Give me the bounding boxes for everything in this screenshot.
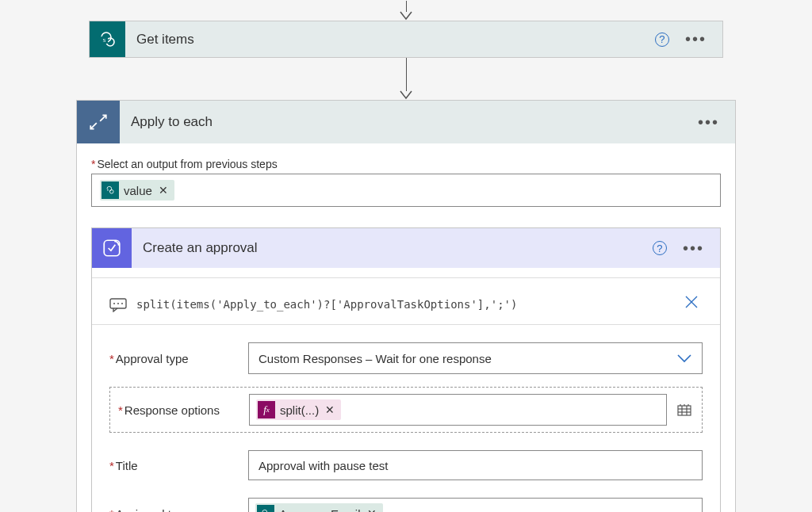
row-response-options: *Response options fx split(...) ✕ bbox=[109, 387, 703, 433]
fx-icon: fx bbox=[258, 401, 275, 418]
token-label: Approver Email bbox=[279, 507, 361, 513]
token-label: value bbox=[124, 184, 152, 197]
token-fx[interactable]: fx split(...) ✕ bbox=[256, 399, 341, 420]
divider bbox=[92, 324, 720, 325]
token-label: split(...) bbox=[280, 403, 319, 417]
svg-point-11 bbox=[117, 303, 119, 304]
response-options-input[interactable]: fx split(...) ✕ bbox=[249, 394, 667, 426]
expression-text: split(items('Apply_to_each')?['ApprovalT… bbox=[136, 298, 671, 311]
assigned-to-label: *Assigned to bbox=[109, 507, 248, 513]
svg-point-12 bbox=[121, 303, 123, 304]
close-icon[interactable] bbox=[680, 294, 703, 315]
sharepoint-icon: S bbox=[257, 505, 274, 512]
svg-text:S: S bbox=[102, 37, 105, 44]
token-approver-email[interactable]: S Approver Email ✕ bbox=[255, 503, 383, 512]
sharepoint-icon: S bbox=[102, 181, 119, 199]
step-create-approval: Create an approval ? ••• bbox=[91, 227, 721, 512]
token-value[interactable]: S value ✕ bbox=[100, 180, 174, 201]
step-title: Create an approval bbox=[143, 240, 653, 256]
svg-rect-13 bbox=[678, 406, 691, 415]
approval-type-value: Custom Responses – Wait for one response bbox=[259, 352, 492, 365]
remove-token-icon[interactable]: ✕ bbox=[325, 403, 335, 416]
select-output-input[interactable]: S value ✕ bbox=[91, 174, 721, 207]
step-header[interactable]: Apply to each ••• bbox=[77, 101, 735, 143]
assigned-to-input[interactable]: S Approver Email ✕ ; bbox=[248, 498, 703, 512]
row-approval-type: *Approval type Custom Responses – Wait f… bbox=[109, 342, 703, 374]
chevron-down-icon bbox=[676, 352, 692, 365]
title-value: Approval with pause test bbox=[259, 459, 388, 472]
step-title: Get items bbox=[136, 32, 655, 48]
step-title: Apply to each bbox=[131, 114, 698, 130]
svg-text:S: S bbox=[107, 189, 109, 192]
title-label: *Title bbox=[109, 459, 248, 472]
connector-arrow bbox=[0, 58, 812, 100]
more-icon[interactable]: ••• bbox=[698, 113, 719, 132]
row-assigned-to: *Assigned to bbox=[109, 498, 703, 512]
assigned-to-suffix: ; bbox=[389, 507, 393, 513]
approval-type-select[interactable]: Custom Responses – Wait for one response bbox=[248, 342, 703, 374]
array-mode-icon[interactable] bbox=[675, 402, 694, 418]
connector-arrow bbox=[0, 1, 812, 21]
more-icon[interactable]: ••• bbox=[683, 239, 704, 258]
speech-bubble-icon bbox=[109, 298, 127, 311]
help-icon[interactable]: ? bbox=[655, 32, 669, 47]
svg-point-5 bbox=[109, 189, 113, 193]
help-icon[interactable]: ? bbox=[653, 241, 667, 255]
select-output-label: *Select an output from previous steps bbox=[91, 158, 721, 170]
loop-icon bbox=[77, 101, 120, 143]
remove-token-icon[interactable]: ✕ bbox=[159, 184, 168, 197]
step-header[interactable]: Create an approval ? ••• bbox=[92, 228, 720, 268]
remove-token-icon[interactable]: ✕ bbox=[367, 507, 377, 512]
step-get-items[interactable]: S Get items ? ••• bbox=[89, 21, 723, 58]
sharepoint-icon: S bbox=[90, 21, 125, 57]
response-options-label: *Response options bbox=[118, 403, 249, 417]
svg-point-10 bbox=[113, 303, 115, 304]
approval-icon bbox=[92, 228, 132, 268]
title-input[interactable]: Approval with pause test bbox=[248, 450, 703, 480]
approval-type-label: *Approval type bbox=[109, 352, 248, 365]
step-apply-to-each: Apply to each ••• *Select an output from… bbox=[76, 100, 736, 512]
expression-preview: split(items('Apply_to_each')?['ApprovalT… bbox=[109, 288, 703, 315]
divider bbox=[92, 277, 720, 278]
row-title: *Title Approval with pause test bbox=[109, 450, 703, 480]
more-icon[interactable]: ••• bbox=[685, 30, 707, 48]
